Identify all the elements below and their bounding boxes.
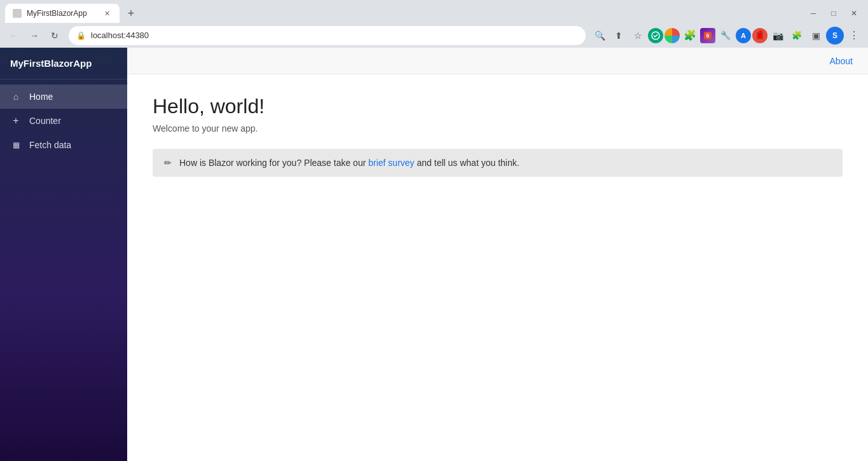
survey-text-after: and tell us what you think. xyxy=(415,158,520,168)
bookmark-icon[interactable]: ☆ xyxy=(629,27,647,45)
tab-close-button[interactable]: ✕ xyxy=(102,8,112,18)
extensions-icon[interactable]: 🧩 xyxy=(681,27,699,45)
ext-icon-5[interactable]: A xyxy=(736,28,751,43)
ext-icon-2[interactable] xyxy=(665,28,680,43)
survey-text: How is Blazor working for you? Please ta… xyxy=(179,158,520,168)
tab-title: MyFirstBlazorApp xyxy=(27,9,97,18)
sidebar-item-counter-label: Counter xyxy=(29,116,61,126)
main-content: About Hello, world! Welcome to your new … xyxy=(127,48,868,461)
app-layout: MyFirstBlazorApp ⌂ Home + Counter ▦ Fetc… xyxy=(0,48,868,461)
reload-button[interactable]: ↻ xyxy=(46,27,64,45)
ext-icon-1[interactable] xyxy=(648,28,663,43)
camera-icon[interactable]: 📷 xyxy=(769,27,787,45)
url-bar[interactable]: 🔒 localhost:44380 xyxy=(69,26,586,45)
url-text: localhost:44380 xyxy=(91,31,149,40)
puzzle-icon[interactable]: 🧩 xyxy=(788,27,806,45)
page-title: Hello, world! xyxy=(153,95,843,118)
page-body: Hello, world! Welcome to your new app. ✏… xyxy=(127,74,868,197)
top-nav: About xyxy=(127,48,868,74)
search-icon[interactable]: 🔍 xyxy=(591,27,609,45)
sidebar-item-home-label: Home xyxy=(29,92,53,102)
about-link[interactable]: About xyxy=(829,56,853,66)
close-button[interactable]: ✕ xyxy=(845,4,863,22)
forward-button[interactable]: → xyxy=(25,27,43,45)
counter-icon: + xyxy=(10,115,22,127)
tab-bar: MyFirstBlazorApp ✕ + ─ □ ✕ xyxy=(0,0,868,23)
sidebar-toggle-icon[interactable]: ▣ xyxy=(807,27,825,45)
tab-favicon xyxy=(13,9,22,18)
sidebar-item-fetch-data[interactable]: ▦ Fetch data xyxy=(0,133,127,157)
sidebar-item-counter[interactable]: + Counter xyxy=(0,109,127,133)
share-icon[interactable]: ⬆ xyxy=(610,27,628,45)
address-bar: ← → ↻ 🔒 localhost:44380 🔍 ⬆ ☆ 🧩 6 🔧 A xyxy=(0,23,868,48)
pencil-icon: ✏ xyxy=(164,158,172,168)
page-subtitle: Welcome to your new app. xyxy=(153,123,843,134)
ext-icon-6[interactable] xyxy=(752,28,768,43)
sidebar-nav: ⌂ Home + Counter ▦ Fetch data xyxy=(0,79,127,461)
survey-banner: ✏ How is Blazor working for you? Please … xyxy=(153,149,843,177)
active-tab[interactable]: MyFirstBlazorApp ✕ xyxy=(5,4,120,23)
sidebar-item-fetch-data-label: Fetch data xyxy=(29,140,71,150)
lock-icon: 🔒 xyxy=(76,31,86,40)
fetch-data-icon: ▦ xyxy=(10,139,22,151)
sidebar: MyFirstBlazorApp ⌂ Home + Counter ▦ Fetc… xyxy=(0,48,127,461)
back-button[interactable]: ← xyxy=(5,27,23,45)
new-tab-button[interactable]: + xyxy=(122,4,140,22)
menu-icon[interactable]: ⋮ xyxy=(845,27,863,45)
sidebar-item-home[interactable]: ⌂ Home xyxy=(0,85,127,109)
sidebar-brand: MyFirstBlazorApp xyxy=(0,48,127,79)
ext-icon-3[interactable]: 6 xyxy=(700,28,715,43)
browser-chrome: MyFirstBlazorApp ✕ + ─ □ ✕ ← → ↻ 🔒 local… xyxy=(0,0,868,48)
toolbar-icons: 🔍 ⬆ ☆ 🧩 6 🔧 A 📷 🧩 ▣ S ⋮ xyxy=(591,27,863,45)
maximize-button[interactable]: □ xyxy=(825,4,843,22)
ext-icon-4[interactable]: 🔧 xyxy=(717,27,734,45)
survey-text-before: How is Blazor working for you? Please ta… xyxy=(179,158,368,168)
home-icon: ⌂ xyxy=(10,91,22,102)
profile-icon[interactable]: S xyxy=(826,27,844,45)
window-controls: ─ □ ✕ xyxy=(804,4,863,22)
minimize-button[interactable]: ─ xyxy=(804,4,822,22)
survey-link[interactable]: brief survey xyxy=(368,158,414,168)
